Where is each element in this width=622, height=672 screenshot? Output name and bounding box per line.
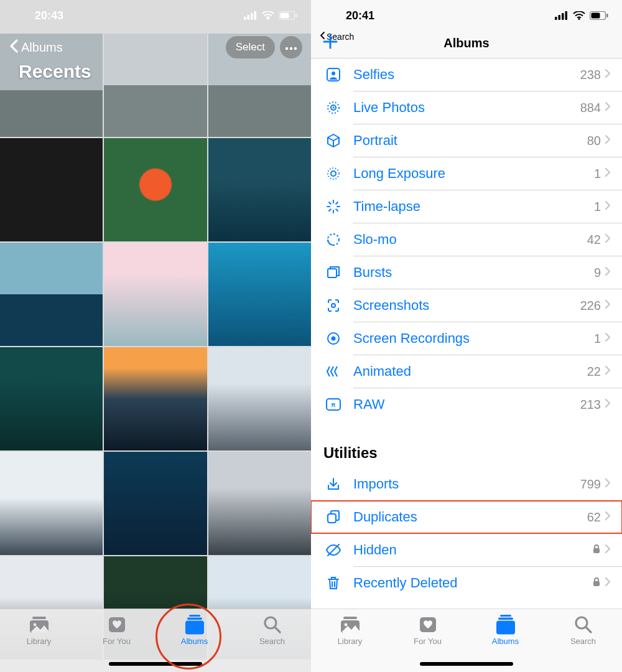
- album-row-recently-deleted[interactable]: Recently Deleted: [311, 567, 622, 599]
- svg-rect-3: [254, 11, 257, 20]
- album-count: 1: [594, 332, 601, 346]
- svg-rect-46: [328, 269, 337, 278]
- photo-thumbnail[interactable]: [104, 138, 207, 241]
- svg-rect-21: [559, 15, 561, 20]
- svg-rect-27: [606, 14, 608, 17]
- album-count: 884: [580, 101, 601, 115]
- svg-rect-63: [498, 618, 513, 620]
- home-indicator[interactable]: [420, 662, 513, 666]
- photo-thumbnail[interactable]: [104, 243, 207, 346]
- svg-rect-1: [248, 15, 250, 20]
- album-label: Imports: [353, 476, 399, 492]
- tab-albums[interactable]: Albums: [471, 615, 540, 646]
- album-count: 1: [594, 200, 601, 214]
- library-icon: [339, 615, 361, 634]
- album-count: 1: [594, 167, 601, 181]
- tab-label: Search: [570, 637, 596, 646]
- tab-label: Albums: [181, 637, 208, 646]
- raw-icon: R: [323, 397, 343, 412]
- albums-list[interactable]: Selfies238Live Photos884Portrait80Long E…: [311, 58, 622, 672]
- status-time: 20:41: [346, 9, 374, 22]
- album-row-slo-mo[interactable]: Slo-mo42: [311, 223, 622, 256]
- chevron-right-icon: [605, 299, 611, 312]
- photo-thumbnail[interactable]: [104, 452, 207, 555]
- album-label: RAW: [353, 396, 385, 413]
- album-count: 80: [587, 134, 601, 148]
- album-label: Animated: [353, 363, 411, 380]
- home-indicator[interactable]: [109, 662, 202, 666]
- select-button[interactable]: Select: [226, 36, 275, 58]
- tab-label: Search: [259, 637, 285, 646]
- record-icon: [323, 331, 343, 346]
- album-row-screenshots[interactable]: Screenshots226: [311, 289, 622, 322]
- photo-grid[interactable]: [0, 0, 311, 672]
- album-row-raw[interactable]: RRAW213: [311, 388, 622, 421]
- back-label: Albums: [21, 40, 63, 55]
- album-count: 22: [587, 365, 601, 379]
- photo-thumbnail[interactable]: [0, 243, 103, 346]
- tab-bar: Library For You Albums Search: [0, 609, 311, 672]
- tab-foryou[interactable]: For You: [394, 615, 462, 646]
- svg-rect-62: [500, 615, 511, 617]
- page-title: Recents: [19, 61, 91, 82]
- album-row-live-photos[interactable]: Live Photos884: [311, 91, 622, 124]
- tab-foryou[interactable]: For You: [83, 615, 151, 646]
- albums-icon: [183, 615, 206, 634]
- tab-albums[interactable]: Albums: [160, 615, 229, 646]
- photo-thumbnail[interactable]: [208, 452, 311, 555]
- svg-point-47: [332, 304, 335, 307]
- tab-search[interactable]: Search: [549, 615, 618, 646]
- album-row-imports[interactable]: Imports799: [311, 468, 622, 500]
- chevron-right-icon: [605, 577, 611, 589]
- photo-thumbnail[interactable]: [0, 452, 103, 555]
- chevron-right-icon: [605, 365, 611, 378]
- tab-library[interactable]: Library: [316, 615, 384, 646]
- album-row-time-lapse[interactable]: Time-lapse1: [311, 190, 622, 223]
- svg-rect-58: [343, 617, 357, 619]
- timelapse-icon: [323, 199, 343, 214]
- tab-label: For You: [414, 637, 442, 646]
- album-row-selfies[interactable]: Selfies238: [311, 58, 622, 91]
- back-button[interactable]: Albums: [9, 39, 63, 57]
- chevron-right-icon: [605, 478, 611, 490]
- album-row-long-exposure[interactable]: Long Exposure1: [311, 157, 622, 190]
- photo-thumbnail[interactable]: [104, 347, 207, 450]
- more-button[interactable]: [280, 36, 302, 58]
- nav-bar: 20:41 Search: [311, 0, 622, 58]
- ellipsis-icon: [285, 41, 297, 54]
- svg-point-34: [333, 107, 335, 109]
- screenshot-right: 20:41 Search: [311, 0, 622, 672]
- foryou-icon: [417, 615, 439, 634]
- album-label: Recently Deleted: [353, 575, 458, 591]
- album-row-bursts[interactable]: Bursts9: [311, 256, 622, 289]
- svg-point-10: [294, 47, 297, 50]
- chevron-right-icon: [605, 101, 611, 114]
- album-row-duplicates[interactable]: Duplicates62: [311, 501, 622, 533]
- section-header-utilities: Utilities: [311, 421, 622, 468]
- lock-icon: [592, 577, 601, 589]
- tab-search[interactable]: Search: [238, 615, 307, 646]
- tab-library[interactable]: Library: [5, 615, 73, 646]
- svg-rect-20: [555, 17, 557, 20]
- chevron-right-icon: [605, 167, 611, 180]
- cellular-icon: [555, 11, 569, 20]
- album-row-screen-recordings[interactable]: Screen Recordings1: [311, 322, 622, 355]
- album-label: Time-lapse: [353, 198, 420, 215]
- album-count: 62: [587, 510, 601, 525]
- foryou-icon: [106, 615, 128, 634]
- album-row-hidden[interactable]: Hidden: [311, 534, 622, 566]
- svg-point-4: [267, 18, 269, 20]
- photo-thumbnail[interactable]: [208, 138, 311, 241]
- album-row-animated[interactable]: Animated22: [311, 355, 622, 388]
- chevron-right-icon: [605, 266, 611, 279]
- photo-thumbnail[interactable]: [208, 243, 311, 346]
- svg-point-35: [331, 171, 336, 176]
- chevron-right-icon: [605, 511, 611, 523]
- photo-thumbnail[interactable]: [0, 347, 103, 450]
- album-label: Duplicates: [353, 509, 417, 525]
- photo-thumbnail[interactable]: [0, 138, 103, 241]
- album-row-portrait[interactable]: Portrait80: [311, 124, 622, 157]
- svg-line-44: [336, 202, 338, 204]
- photo-thumbnail[interactable]: [208, 347, 311, 450]
- status-bar: 20:41: [311, 0, 622, 31]
